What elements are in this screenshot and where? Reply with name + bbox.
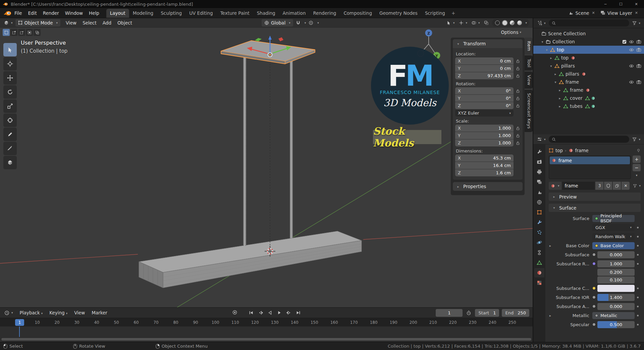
- timeline-menu-view[interactable]: View: [71, 309, 88, 316]
- overlays-toggle[interactable]: ▾: [471, 20, 481, 26]
- transform-orientation-dropdown[interactable]: Global ▾: [262, 19, 293, 27]
- disclosure-closed-icon[interactable]: ▸: [557, 96, 562, 100]
- scrollbar-thumb[interactable]: [1, 338, 531, 341]
- preview-range-toggle[interactable]: [465, 310, 472, 316]
- tool-move-button[interactable]: [3, 71, 17, 85]
- gizmos-toggle[interactable]: ▾: [458, 20, 468, 26]
- lock-open-icon[interactable]: [515, 89, 520, 93]
- properties-tab-constraints[interactable]: [534, 248, 544, 257]
- breadcrumb-material[interactable]: frame: [575, 148, 589, 153]
- editor-type-selector[interactable]: ▾: [3, 310, 14, 316]
- play-reverse-button[interactable]: [266, 309, 274, 317]
- remove-slot-button[interactable]: −: [633, 164, 641, 171]
- proportional-settings-chevron-icon[interactable]: ▾: [317, 21, 319, 25]
- proportional-editing-toggle[interactable]: [308, 20, 314, 26]
- workspace-tab-geometry-nodes[interactable]: Geometry Nodes: [376, 9, 421, 18]
- breadcrumb-object[interactable]: top: [555, 148, 563, 153]
- disclosure-closed-icon[interactable]: ▸: [548, 56, 554, 60]
- copy-material-button[interactable]: [613, 182, 621, 190]
- distribution-dropdown[interactable]: GGX▾: [592, 224, 635, 231]
- surface-panel-header[interactable]: ▾ Surface: [549, 204, 641, 212]
- current-frame-field[interactable]: 1: [436, 309, 463, 317]
- select-mode-extend-button[interactable]: [10, 29, 17, 36]
- disclosure-closed-icon[interactable]: ▸: [557, 88, 562, 92]
- decorator-dot[interactable]: [637, 315, 639, 316]
- editor-type-selector[interactable]: ▾: [3, 19, 14, 26]
- lock-open-icon[interactable]: [515, 126, 520, 130]
- sidebar-tab-screencast-keys[interactable]: Screencast Keys: [525, 90, 533, 132]
- specular-field[interactable]: 0.500: [597, 321, 635, 328]
- decorator-dot[interactable]: [637, 263, 639, 265]
- add-slot-button[interactable]: +: [633, 156, 641, 163]
- lock-open-icon[interactable]: [515, 59, 520, 63]
- viewport-menu-object[interactable]: Object: [114, 19, 135, 27]
- snap-settings-chevron-icon[interactable]: ▾: [305, 21, 306, 25]
- lock-open-icon[interactable]: [515, 67, 520, 71]
- disclosure-closed-icon[interactable]: ▸: [553, 72, 558, 76]
- decorator-dot[interactable]: [637, 306, 639, 307]
- jump-to-end-button[interactable]: [294, 309, 303, 317]
- sidebar-tab-item[interactable]: Item: [525, 38, 533, 54]
- viewport-menu-view[interactable]: View: [63, 19, 79, 27]
- subsurface-radius-z-field[interactable]: 0.100: [597, 276, 635, 283]
- lock-open-icon[interactable]: [515, 96, 520, 100]
- options-dropdown[interactable]: Options ▾: [501, 30, 521, 35]
- play-button[interactable]: [275, 309, 284, 317]
- select-mode-new-button[interactable]: [3, 29, 10, 36]
- outliner-row-frame-6[interactable]: ▾frame: [533, 78, 644, 86]
- outliner-row-tubes-9[interactable]: ▸tubes: [533, 102, 644, 110]
- workspace-tab-animation[interactable]: Animation: [279, 9, 310, 18]
- shading-rendered-button[interactable]: [517, 20, 523, 26]
- properties-tab-object[interactable]: [534, 208, 544, 217]
- outliner-row-top-2[interactable]: ▾top: [533, 46, 644, 54]
- menu-file[interactable]: File: [11, 9, 25, 17]
- properties-tab-world[interactable]: [534, 198, 544, 207]
- location-y-field[interactable]: Y0 cm: [455, 65, 514, 72]
- playhead[interactable]: 1: [15, 319, 24, 326]
- location-z-field[interactable]: Z97.433 cm: [455, 72, 514, 79]
- shading-solid-button[interactable]: [502, 20, 508, 26]
- camera-icon[interactable]: [636, 80, 641, 85]
- select-mode-intersect-button[interactable]: [34, 29, 41, 36]
- timeline-ruler[interactable]: 1 11020304050607080901001101201301401501…: [0, 318, 533, 326]
- tool-cursor-button[interactable]: [3, 57, 17, 71]
- filter-button[interactable]: ▾: [631, 136, 641, 142]
- menu-render[interactable]: Render: [40, 9, 62, 17]
- base-color-input[interactable]: Base Color: [592, 242, 635, 249]
- outliner-row-collection-1[interactable]: ▾Collection: [533, 38, 644, 46]
- lamp-pillars-mesh[interactable]: [243, 56, 293, 246]
- transform-panel-header[interactable]: ▾ Transform: [453, 39, 523, 48]
- workspace-tab-modeling[interactable]: Modeling: [129, 9, 157, 18]
- outliner-row-scene-collection-0[interactable]: Scene Collection: [533, 30, 644, 38]
- subsurface-ior-field[interactable]: 1.400: [597, 294, 635, 301]
- surface-shader-button[interactable]: Principled BSDF: [592, 215, 635, 222]
- previous-keyframe-button[interactable]: [256, 309, 265, 317]
- timeline-track-area[interactable]: [0, 326, 533, 342]
- preview-panel-header[interactable]: ▸ Preview: [549, 192, 641, 201]
- eye-icon[interactable]: [629, 63, 634, 69]
- outliner-search-input[interactable]: [549, 19, 630, 27]
- scene-selector[interactable]: Scene ✕: [568, 10, 595, 16]
- select-mode-subtract-button[interactable]: [18, 29, 25, 36]
- lock-open-icon[interactable]: [515, 141, 520, 145]
- disclosure-closed-icon[interactable]: ▸: [549, 314, 551, 317]
- browse-material-button[interactable]: ▾: [549, 182, 561, 190]
- tool-rotate-button[interactable]: [3, 85, 17, 99]
- properties-tab-output[interactable]: [534, 167, 544, 177]
- decorator-dot[interactable]: [637, 227, 639, 228]
- scale-x-field[interactable]: X1.000: [455, 125, 514, 132]
- next-keyframe-button[interactable]: [284, 309, 293, 317]
- fake-user-button[interactable]: [604, 182, 612, 190]
- lock-open-icon[interactable]: [515, 104, 520, 108]
- subsurface-radius-x-field[interactable]: 1.000: [597, 260, 635, 267]
- rotation-y-field[interactable]: Y0°: [455, 95, 514, 102]
- auto-keying-toggle[interactable]: [232, 310, 237, 315]
- unlink-view-layer-icon[interactable]: ✕: [635, 11, 638, 15]
- material-name-field[interactable]: frame: [562, 182, 595, 190]
- rotation-z-field[interactable]: Z0°: [455, 102, 514, 109]
- workspace-tab-layout[interactable]: Layout: [106, 9, 129, 18]
- workspace-tab-shading[interactable]: Shading: [253, 9, 279, 18]
- disclosure-open-icon[interactable]: ▾: [540, 40, 545, 44]
- outliner-row-pillars-5[interactable]: ▸pillars: [533, 70, 644, 78]
- view-layer-selector[interactable]: View Layer ✕: [600, 10, 638, 16]
